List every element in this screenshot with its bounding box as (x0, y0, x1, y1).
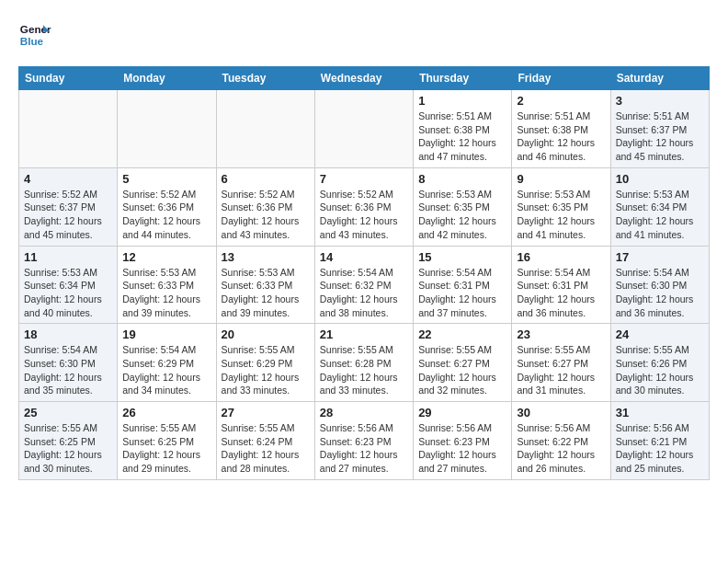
day-number: 28 (320, 406, 408, 419)
calendar-cell: 10Sunrise: 5:53 AM Sunset: 6:34 PM Dayli… (610, 167, 709, 246)
calendar-cell (118, 90, 216, 168)
calendar-cell: 11Sunrise: 5:53 AM Sunset: 6:34 PM Dayli… (19, 246, 118, 324)
day-number: 5 (122, 172, 210, 186)
day-number: 20 (222, 327, 310, 341)
calendar-cell: 13Sunrise: 5:53 AM Sunset: 6:33 PM Dayli… (216, 246, 314, 324)
weekday-header-friday: Friday (512, 67, 610, 90)
day-number: 16 (517, 250, 605, 264)
day-info: Sunrise: 5:55 AM Sunset: 6:24 PM Dayligh… (222, 421, 310, 476)
calendar-cell: 5Sunrise: 5:52 AM Sunset: 6:36 PM Daylig… (118, 167, 216, 246)
day-info: Sunrise: 5:52 AM Sunset: 6:37 PM Dayligh… (24, 188, 112, 242)
day-number: 17 (616, 250, 704, 264)
day-info: Sunrise: 5:53 AM Sunset: 6:33 PM Dayligh… (122, 266, 210, 320)
day-info: Sunrise: 5:55 AM Sunset: 6:25 PM Dayligh… (122, 421, 210, 476)
day-number: 25 (24, 406, 112, 419)
calendar-cell: 6Sunrise: 5:52 AM Sunset: 6:36 PM Daylig… (216, 167, 314, 246)
day-info: Sunrise: 5:55 AM Sunset: 6:27 PM Dayligh… (418, 343, 506, 397)
calendar-cell: 30Sunrise: 5:56 AM Sunset: 6:22 PM Dayli… (512, 402, 610, 480)
calendar-cell (19, 90, 118, 168)
calendar-week-2: 4Sunrise: 5:52 AM Sunset: 6:37 PM Daylig… (19, 167, 710, 246)
calendar-cell: 20Sunrise: 5:55 AM Sunset: 6:29 PM Dayli… (216, 324, 314, 402)
day-info: Sunrise: 5:53 AM Sunset: 6:33 PM Dayligh… (222, 266, 310, 320)
calendar-week-3: 11Sunrise: 5:53 AM Sunset: 6:34 PM Dayli… (19, 246, 710, 324)
weekday-header-monday: Monday (118, 67, 216, 90)
logo: General Blue (18, 18, 51, 52)
day-number: 18 (24, 327, 112, 341)
day-number: 12 (122, 250, 210, 264)
calendar-cell: 17Sunrise: 5:54 AM Sunset: 6:30 PM Dayli… (610, 246, 709, 324)
day-number: 10 (616, 172, 704, 186)
day-number: 6 (222, 172, 310, 186)
day-info: Sunrise: 5:53 AM Sunset: 6:34 PM Dayligh… (24, 266, 112, 320)
calendar-cell (216, 90, 314, 168)
day-info: Sunrise: 5:56 AM Sunset: 6:23 PM Dayligh… (320, 421, 408, 476)
day-info: Sunrise: 5:53 AM Sunset: 6:34 PM Dayligh… (616, 188, 704, 242)
weekday-header-tuesday: Tuesday (216, 67, 314, 90)
calendar-cell: 3Sunrise: 5:51 AM Sunset: 6:37 PM Daylig… (610, 90, 709, 168)
day-number: 15 (418, 250, 506, 264)
calendar-cell: 9Sunrise: 5:53 AM Sunset: 6:35 PM Daylig… (512, 167, 610, 246)
calendar-cell: 24Sunrise: 5:55 AM Sunset: 6:26 PM Dayli… (610, 324, 709, 402)
logo-icon: General Blue (18, 18, 51, 52)
day-info: Sunrise: 5:54 AM Sunset: 6:30 PM Dayligh… (24, 343, 112, 397)
day-info: Sunrise: 5:52 AM Sunset: 6:36 PM Dayligh… (222, 188, 310, 242)
calendar-cell: 4Sunrise: 5:52 AM Sunset: 6:37 PM Daylig… (19, 167, 118, 246)
calendar-week-1: 1Sunrise: 5:51 AM Sunset: 6:38 PM Daylig… (19, 90, 710, 168)
day-info: Sunrise: 5:53 AM Sunset: 6:35 PM Dayligh… (418, 188, 506, 242)
weekday-header-thursday: Thursday (414, 67, 512, 90)
calendar-cell: 25Sunrise: 5:55 AM Sunset: 6:25 PM Dayli… (19, 402, 118, 480)
day-number: 26 (122, 406, 210, 419)
calendar-cell: 22Sunrise: 5:55 AM Sunset: 6:27 PM Dayli… (414, 324, 512, 402)
day-number: 30 (517, 406, 605, 419)
calendar-cell (314, 90, 413, 168)
calendar-cell: 2Sunrise: 5:51 AM Sunset: 6:38 PM Daylig… (512, 90, 610, 168)
day-number: 9 (517, 172, 605, 186)
calendar-cell: 26Sunrise: 5:55 AM Sunset: 6:25 PM Dayli… (118, 402, 216, 480)
weekday-header-saturday: Saturday (610, 67, 709, 90)
day-number: 1 (418, 94, 506, 108)
calendar-cell: 23Sunrise: 5:55 AM Sunset: 6:27 PM Dayli… (512, 324, 610, 402)
day-info: Sunrise: 5:52 AM Sunset: 6:36 PM Dayligh… (122, 188, 210, 242)
calendar-cell: 1Sunrise: 5:51 AM Sunset: 6:38 PM Daylig… (414, 90, 512, 168)
day-number: 4 (24, 172, 112, 186)
page-header: General Blue (18, 18, 710, 52)
day-info: Sunrise: 5:51 AM Sunset: 6:38 PM Dayligh… (517, 109, 605, 164)
day-info: Sunrise: 5:54 AM Sunset: 6:29 PM Dayligh… (122, 343, 210, 397)
weekday-header-wednesday: Wednesday (314, 67, 413, 90)
day-number: 11 (24, 250, 112, 264)
day-number: 14 (320, 250, 408, 264)
day-number: 21 (320, 327, 408, 341)
calendar-cell: 7Sunrise: 5:52 AM Sunset: 6:36 PM Daylig… (314, 167, 413, 246)
day-number: 31 (616, 406, 704, 419)
day-info: Sunrise: 5:51 AM Sunset: 6:38 PM Dayligh… (418, 109, 506, 164)
day-info: Sunrise: 5:54 AM Sunset: 6:31 PM Dayligh… (418, 266, 506, 320)
day-info: Sunrise: 5:55 AM Sunset: 6:25 PM Dayligh… (24, 421, 112, 476)
calendar-cell: 15Sunrise: 5:54 AM Sunset: 6:31 PM Dayli… (414, 246, 512, 324)
day-info: Sunrise: 5:51 AM Sunset: 6:37 PM Dayligh… (616, 109, 704, 164)
day-info: Sunrise: 5:55 AM Sunset: 6:27 PM Dayligh… (517, 343, 605, 397)
calendar-cell: 12Sunrise: 5:53 AM Sunset: 6:33 PM Dayli… (118, 246, 216, 324)
calendar-cell: 27Sunrise: 5:55 AM Sunset: 6:24 PM Dayli… (216, 402, 314, 480)
day-number: 27 (222, 406, 310, 419)
day-info: Sunrise: 5:55 AM Sunset: 6:28 PM Dayligh… (320, 343, 408, 397)
day-info: Sunrise: 5:54 AM Sunset: 6:32 PM Dayligh… (320, 266, 408, 320)
day-number: 24 (616, 327, 704, 341)
calendar-cell: 14Sunrise: 5:54 AM Sunset: 6:32 PM Dayli… (314, 246, 413, 324)
day-info: Sunrise: 5:56 AM Sunset: 6:22 PM Dayligh… (517, 421, 605, 476)
day-info: Sunrise: 5:54 AM Sunset: 6:30 PM Dayligh… (616, 266, 704, 320)
day-info: Sunrise: 5:55 AM Sunset: 6:26 PM Dayligh… (616, 343, 704, 397)
weekday-header-row: SundayMondayTuesdayWednesdayThursdayFrid… (19, 67, 710, 90)
day-info: Sunrise: 5:56 AM Sunset: 6:21 PM Dayligh… (616, 421, 704, 476)
day-number: 3 (616, 94, 704, 108)
day-info: Sunrise: 5:54 AM Sunset: 6:31 PM Dayligh… (517, 266, 605, 320)
day-number: 22 (418, 327, 506, 341)
day-info: Sunrise: 5:52 AM Sunset: 6:36 PM Dayligh… (320, 188, 408, 242)
calendar-cell: 21Sunrise: 5:55 AM Sunset: 6:28 PM Dayli… (314, 324, 413, 402)
day-number: 19 (122, 327, 210, 341)
day-number: 23 (517, 327, 605, 341)
calendar-table: SundayMondayTuesdayWednesdayThursdayFrid… (18, 66, 710, 480)
day-info: Sunrise: 5:53 AM Sunset: 6:35 PM Dayligh… (517, 188, 605, 242)
day-number: 7 (320, 172, 408, 186)
day-number: 2 (517, 94, 605, 108)
day-number: 8 (418, 172, 506, 186)
